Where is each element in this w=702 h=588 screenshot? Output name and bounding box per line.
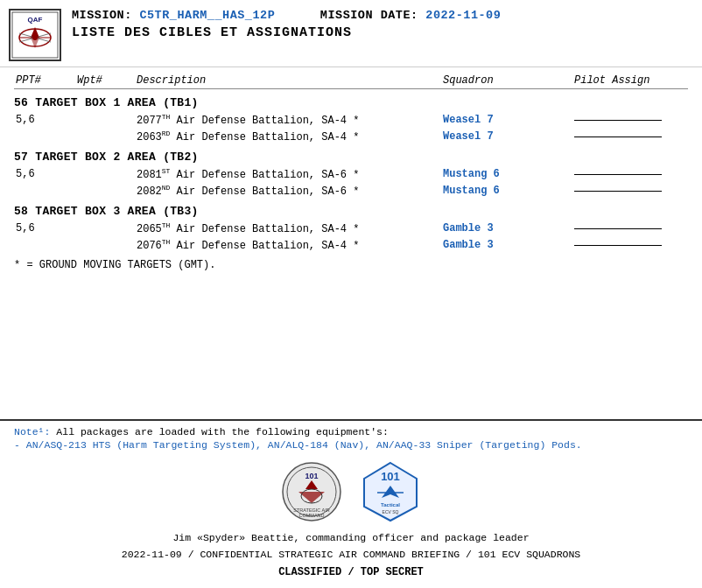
section-57-prefix: 57 TARGET BOX 2 AREA (14, 150, 163, 164)
date-label: MISSION DATE: (320, 9, 418, 22)
section-56-prefix: 56 TARGET BOX 1 AREA (14, 96, 163, 109)
header: QAF MISSION: C5TR_HARM__HAS_12P MISSION … (0, 0, 702, 67)
squadron-57-1: Mustang 6 (443, 168, 574, 180)
desc-57-1: 2081ST Air Defense Battalion, SA-6 * (137, 167, 443, 181)
section-58-code: (TB3) (163, 205, 199, 218)
main-content: PPT# Wpt# Description Squadron Pilot Ass… (0, 67, 702, 419)
svg-text:101: 101 (381, 470, 400, 483)
squadron-56-1: Weasel 7 (443, 114, 574, 126)
col-wpt: Wpt# (75, 74, 137, 87)
bottom-text: Jim «Spyder» Beattie, commanding officer… (14, 529, 688, 581)
note-text: All packages are loaded with the followi… (50, 426, 388, 438)
mission-line: MISSION: C5TR_HARM__HAS_12P MISSION DATE… (72, 9, 501, 22)
page-subtitle: LISTE DES CIBLES ET ASSIGNATIONS (72, 25, 501, 40)
note-line-2: - AN/ASQ-213 HTS (Harm Targeting System)… (14, 439, 688, 451)
classified-line: CLASSIFIED / TOP SECRET (14, 564, 688, 581)
pilot-assign-56-1 (574, 120, 688, 121)
svg-point-8 (32, 35, 38, 40)
section-58-prefix: 58 TARGET BOX 3 AREA (14, 205, 163, 218)
emblem-2: 101 Tactical ECV SQ (360, 461, 421, 522)
table-row: 2063RD Air Defense Battalion, SA-4 * Wea… (14, 130, 688, 144)
desc-56-1: 2077TH Air Defense Battalion, SA-4 * (137, 113, 443, 127)
desc-58-2: 2076TH Air Defense Battalion, SA-4 * (137, 238, 443, 252)
pilot-assign-58-2 (574, 245, 688, 246)
pilot-assign-57-1 (574, 174, 688, 175)
svg-text:Tactical: Tactical (381, 502, 400, 508)
note-detail: - AN/ASQ-213 HTS (Harm Targeting System)… (14, 439, 582, 451)
col-headers: PPT# Wpt# Description Squadron Pilot Ass… (14, 73, 688, 89)
table-row: 2076TH Air Defense Battalion, SA-4 * Gam… (14, 238, 688, 252)
section-56-code: (TB1) (163, 96, 199, 109)
credit-line: Jim «Spyder» Beattie, commanding officer… (14, 529, 688, 547)
logo-box: QAF (9, 9, 61, 61)
svg-text:QAF: QAF (28, 16, 43, 24)
mission-label: MISSION: (72, 9, 132, 22)
gmt-note: * = GROUND MOVING TARGETS (GMT). (14, 259, 688, 271)
desc-56-2: 2063RD Air Defense Battalion, SA-4 * (137, 130, 443, 144)
section-56-title: 56 TARGET BOX 1 AREA (TB1) (14, 96, 688, 109)
emblem-1: 101 STRATEGIC AIR COMMAND (281, 461, 342, 522)
col-squadron: Squadron (443, 74, 574, 87)
section-57-title: 57 TARGET BOX 2 AREA (TB2) (14, 150, 688, 164)
svg-text:101: 101 (305, 472, 318, 480)
table-row: 5,6 2065TH Air Defense Battalion, SA-4 *… (14, 221, 688, 235)
qaf-logo: QAF (11, 11, 59, 59)
ppt-56: 5,6 (14, 114, 75, 126)
note-line-1: Note¹: All packages are loaded with the … (14, 426, 688, 438)
squadron-57-2: Mustang 6 (443, 185, 574, 197)
squadron-56-2: Weasel 7 (443, 130, 574, 143)
date-value: 2022-11-09 (425, 9, 501, 22)
pilot-assign-56-2 (574, 136, 688, 137)
col-description: Description (137, 74, 443, 87)
pilot-assign-57-2 (574, 191, 688, 192)
svg-text:ECV SQ: ECV SQ (383, 509, 399, 514)
logos-row: 101 STRATEGIC AIR COMMAND 101 Tactical E… (14, 461, 688, 522)
pilot-assign-58-1 (574, 228, 688, 229)
note-label: Note¹: (14, 426, 50, 438)
footer-section: Note¹: All packages are loaded with the … (0, 419, 702, 588)
page: QAF MISSION: C5TR_HARM__HAS_12P MISSION … (0, 0, 702, 588)
ppt-58: 5,6 (14, 222, 75, 234)
table-row: 5,6 2081ST Air Defense Battalion, SA-6 *… (14, 167, 688, 181)
col-ppt: PPT# (14, 74, 75, 87)
svg-text:COMMAND: COMMAND (298, 513, 324, 518)
squadron-58-2: Gamble 3 (443, 239, 574, 251)
desc-58-1: 2065TH Air Defense Battalion, SA-4 * (137, 221, 443, 235)
mission-name: C5TR_HARM__HAS_12P (139, 9, 275, 22)
ppt-57: 5,6 (14, 168, 75, 180)
table-row: 5,6 2077TH Air Defense Battalion, SA-4 *… (14, 113, 688, 127)
section-57-code: (TB2) (163, 150, 199, 164)
desc-57-2: 2082ND Air Defense Battalion, SA-6 * (137, 184, 443, 198)
date-credit-line: 2022-11-09 / CONFIDENTIAL STRATEGIC AIR … (14, 546, 688, 564)
section-58-title: 58 TARGET BOX 3 AREA (TB3) (14, 205, 688, 218)
table-row: 2082ND Air Defense Battalion, SA-6 * Mus… (14, 184, 688, 198)
header-text: MISSION: C5TR_HARM__HAS_12P MISSION DATE… (72, 9, 501, 40)
col-pilot: Pilot Assign (574, 74, 688, 87)
squadron-58-1: Gamble 3 (443, 222, 574, 234)
